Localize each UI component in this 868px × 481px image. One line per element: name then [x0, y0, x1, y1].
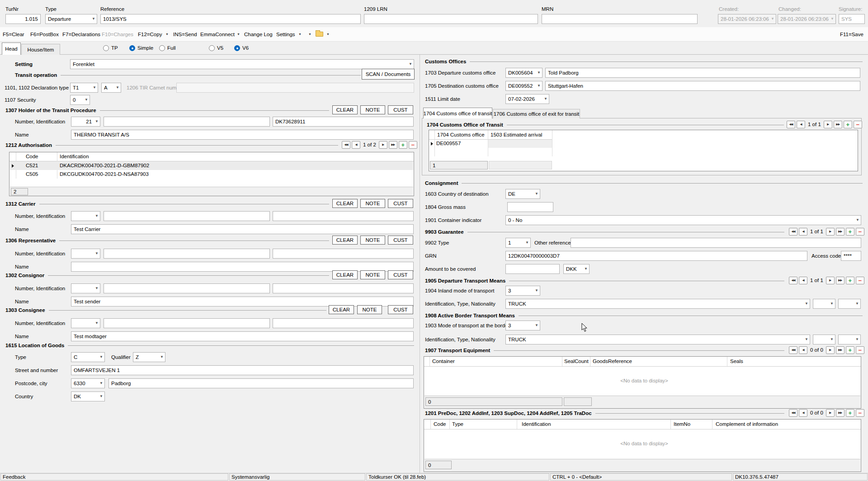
- nav-prev-button[interactable]: ◀: [799, 346, 807, 354]
- carrier-name-input[interactable]: Test Carrier: [71, 224, 414, 234]
- consignor-number-id-input[interactable]: [104, 283, 270, 293]
- nav-next-button[interactable]: ▶: [826, 228, 835, 236]
- consignee-note-button[interactable]: NOTE: [357, 305, 382, 314]
- carrier-clear-button[interactable]: CLEAR: [332, 199, 358, 208]
- menu-f7-declarations[interactable]: F7=Declarations: [62, 31, 100, 38]
- nav-prev-button[interactable]: ◀: [797, 121, 805, 128]
- holder-number-id-input[interactable]: [104, 117, 270, 127]
- amount-input[interactable]: [505, 264, 560, 274]
- nav-next-button[interactable]: ▶: [824, 121, 832, 128]
- holder-number-type-select[interactable]: 21▼: [71, 117, 100, 127]
- signature-input[interactable]: SYS: [839, 14, 865, 24]
- column-header-type[interactable]: Type: [452, 421, 463, 427]
- nav-remove-button[interactable]: −: [856, 277, 864, 284]
- nav-last-button[interactable]: ▶▶: [389, 141, 397, 149]
- chevron-down-icon[interactable]: ▼: [237, 31, 240, 38]
- column-header-estimated-arrival[interactable]: 1503 Estimated arrival: [491, 132, 542, 137]
- border-ident-type-select[interactable]: ▼: [813, 335, 835, 344]
- radio-simple[interactable]: Simple: [129, 45, 153, 51]
- radio-v5[interactable]: V5: [209, 45, 223, 51]
- gross-mass-input[interactable]: [507, 202, 553, 212]
- nav-first-button[interactable]: ◀◀: [789, 228, 797, 236]
- nav-remove-button[interactable]: −: [409, 141, 417, 149]
- declaration-type-select[interactable]: T1▼: [70, 83, 98, 93]
- nav-first-button[interactable]: ◀◀: [787, 121, 795, 128]
- column-header-identification[interactable]: Identification: [522, 421, 551, 427]
- column-header-code[interactable]: Code: [434, 421, 446, 427]
- turnr-input[interactable]: 1.015: [5, 14, 41, 24]
- destination-office-name-input[interactable]: Stuttgart-Hafen: [545, 81, 860, 91]
- nav-next-button[interactable]: ▶: [379, 141, 387, 149]
- nav-remove-button[interactable]: −: [856, 346, 864, 354]
- nav-add-button[interactable]: +: [846, 228, 854, 236]
- representative-number-value-input[interactable]: [273, 249, 414, 259]
- chevron-down-icon[interactable]: ▼: [308, 31, 311, 38]
- consignee-clear-button[interactable]: CLEAR: [329, 305, 354, 314]
- destination-office-select[interactable]: DE009552▼: [505, 81, 542, 91]
- nav-add-button[interactable]: +: [846, 277, 854, 284]
- consignor-note-button[interactable]: NOTE: [360, 270, 385, 279]
- tab-house-item[interactable]: House/Item: [21, 44, 60, 55]
- menu-emmaconnect[interactable]: EmmaConnect: [200, 31, 235, 38]
- menu-f11-save[interactable]: F11=Save: [840, 31, 863, 38]
- consignee-number-type-select[interactable]: ▼: [71, 318, 100, 328]
- carrier-number-value-input[interactable]: [273, 211, 414, 221]
- chevron-down-icon[interactable]: ▼: [326, 31, 330, 38]
- type-select[interactable]: Departure▼: [45, 14, 97, 24]
- menu-f6-postbox[interactable]: F6=PostBox: [30, 31, 59, 38]
- radio-v6[interactable]: V6: [234, 45, 249, 51]
- representative-number-id-input[interactable]: [104, 249, 270, 259]
- holder-number-value-input[interactable]: DK73628911: [273, 117, 414, 127]
- reference-input[interactable]: 1013/SYS: [100, 14, 361, 24]
- holder-note-button[interactable]: NOTE: [360, 105, 385, 114]
- carrier-number-type-select[interactable]: ▼: [71, 211, 100, 221]
- representative-number-type-select[interactable]: ▼: [71, 249, 100, 259]
- chevron-down-icon[interactable]: ▼: [165, 31, 169, 38]
- security-select[interactable]: 0▼: [70, 95, 90, 105]
- consignee-name-input[interactable]: Test modtager: [71, 331, 414, 341]
- border-ident-select[interactable]: TRUCK▼: [505, 335, 810, 344]
- table-row[interactable]: C521 DKACRDK004700-2021-D-GBM87902: [10, 161, 413, 170]
- lrn-input[interactable]: [364, 14, 538, 24]
- consignor-cust-button[interactable]: CUST: [388, 270, 413, 279]
- representative-clear-button[interactable]: CLEAR: [332, 236, 358, 245]
- holder-cust-button[interactable]: CUST: [388, 105, 413, 114]
- nav-first-button[interactable]: ◀◀: [789, 346, 797, 354]
- menu-ins-send[interactable]: INS=Send: [173, 31, 197, 38]
- location-qualifier-select[interactable]: Z▼: [133, 352, 165, 362]
- nav-first-button[interactable]: ◀◀: [342, 141, 350, 149]
- country-destination-select[interactable]: DE▼: [505, 189, 540, 199]
- nav-next-button[interactable]: ▶: [826, 409, 835, 417]
- menu-f12-copy[interactable]: F12=Copy: [138, 31, 162, 38]
- radio-tp[interactable]: TP: [103, 45, 118, 51]
- carrier-number-id-input[interactable]: [104, 211, 270, 221]
- column-header-sealcount[interactable]: SealCount: [564, 358, 589, 364]
- container-indicator-select[interactable]: 0 - No▼: [505, 215, 861, 225]
- limit-date-select[interactable]: 07-02-2026▼: [505, 94, 549, 104]
- departure-ident-nationality-select[interactable]: ▼: [838, 299, 861, 309]
- departure-ident-select[interactable]: TRUCK▼: [505, 299, 810, 309]
- column-header-goodsreference[interactable]: GoodsReference: [593, 358, 632, 364]
- tab-head[interactable]: Head: [2, 42, 21, 55]
- menu-settings[interactable]: Settings: [276, 31, 295, 38]
- nav-prev-button[interactable]: ◀: [352, 141, 360, 149]
- location-street-input[interactable]: OMFARTSVEJEN 1: [71, 365, 414, 375]
- menu-f5-clear[interactable]: F5=Clear: [3, 31, 24, 38]
- consignee-cust-button[interactable]: CUST: [388, 305, 413, 314]
- tab-office-of-transit[interactable]: 1704 Customs office of transit: [423, 108, 492, 118]
- panel-splitter[interactable]: [420, 55, 420, 473]
- scan-documents-button[interactable]: SCAN / Documents: [362, 69, 415, 80]
- carrier-cust-button[interactable]: CUST: [388, 199, 413, 208]
- access-code-input[interactable]: ****: [841, 251, 861, 261]
- nav-next-button[interactable]: ▶: [826, 277, 835, 284]
- nav-last-button[interactable]: ▶▶: [836, 277, 844, 284]
- nav-first-button[interactable]: ◀◀: [789, 277, 797, 284]
- location-type-select[interactable]: C▼: [71, 352, 105, 362]
- column-header-itemno[interactable]: ItemNo: [674, 421, 690, 427]
- border-ident-nationality-select[interactable]: ▼: [838, 335, 861, 344]
- column-header-seals[interactable]: Seals: [730, 358, 743, 364]
- declaration-subtype-select[interactable]: A▼: [101, 83, 121, 93]
- guarantee-type-select[interactable]: 1▼: [505, 238, 531, 248]
- representative-note-button[interactable]: NOTE: [360, 236, 385, 245]
- location-country-select[interactable]: DK▼: [71, 391, 105, 401]
